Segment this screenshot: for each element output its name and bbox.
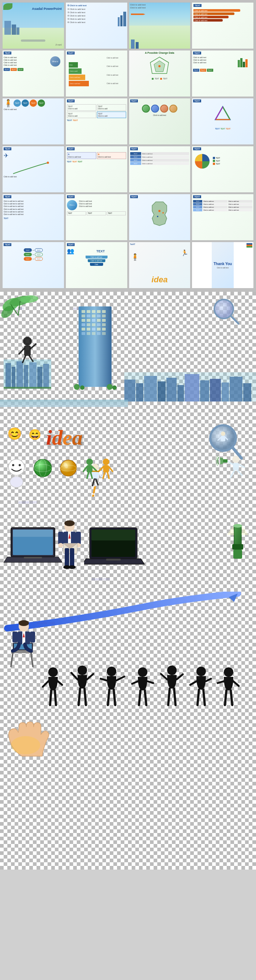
svg-line-183 (145, 690, 146, 705)
slide-21[interactable]: TEXT TEXT TEXT TEXT (2, 242, 64, 288)
slide21-box3: TEXT (24, 253, 32, 256)
slide-1-cover[interactable]: Asadal PowerPoint [Logo] (2, 2, 64, 49)
slide5-label: TEXT (4, 52, 11, 54)
slide18-label: TEXT (67, 195, 75, 198)
slide-10[interactable]: TEXT TEXTClick to add TEXTClick to add T… (65, 98, 128, 145)
water-strip (0, 400, 128, 407)
slide6-label: TEXT (67, 52, 75, 54)
svg-point-62 (74, 384, 80, 390)
svg-rect-60 (97, 332, 100, 335)
slide-19-map[interactable]: TEXT (129, 194, 191, 240)
slide23-figure1: 🧍 (131, 253, 139, 261)
slide-18[interactable]: TEXT What is Click to add text Click to … (65, 194, 128, 240)
slide9-c4: TEXT (38, 99, 45, 107)
slide-4-text[interactable]: TEXT Click to add text Click to add text… (192, 2, 254, 49)
svg-line-117 (227, 461, 233, 465)
svg-line-119 (231, 470, 234, 477)
svg-line-166 (58, 681, 62, 685)
slide11-text: Click to add text (130, 114, 189, 116)
slide-8[interactable]: TEXT Click to add text Click to add text… (192, 50, 254, 97)
slide-23-idea[interactable]: TeXT idea 🧍 🏃 (129, 242, 191, 288)
slide-24-thankyou[interactable]: Thank You Click to add text (192, 242, 254, 288)
slide-7-change[interactable]: A Possible Change Data TEXT TEXT (129, 50, 191, 97)
slide3-t1: Click to add text (130, 4, 189, 6)
svg-line-192 (197, 690, 199, 705)
slide-5[interactable]: TEXT Click to add text Click to add text… (2, 50, 64, 97)
svg-rect-36 (102, 310, 106, 313)
svg-rect-70 (157, 382, 166, 401)
svg-point-63 (80, 385, 84, 390)
svg-rect-32 (81, 310, 85, 313)
slide6-r3: Click to add text (107, 74, 125, 76)
slide22-f1: Click to add text (86, 256, 108, 259)
svg-rect-74 (200, 380, 209, 401)
slide20-c6: Click to add text (228, 206, 252, 208)
svg-rect-67 (124, 380, 135, 401)
svg-rect-76 (222, 382, 229, 401)
slide-2-bullets[interactable]: ① Click to add text ② Click to add text … (65, 2, 128, 49)
slide7-legend2 (160, 78, 162, 80)
slide21-box5: TEXT (24, 257, 32, 261)
slide-11[interactable]: TEXT Click to add text (129, 98, 191, 145)
svg-line-112 (103, 473, 105, 478)
watermark-4: asadal.com (91, 577, 110, 581)
svg-point-14 (214, 299, 233, 318)
slide5-circle: What is (50, 56, 60, 67)
svg-line-168 (55, 690, 56, 705)
svg-line-27 (19, 348, 24, 354)
slide-14[interactable]: TEXT A Click to add text B Click to add … (65, 146, 128, 193)
svg-line-175 (100, 679, 107, 681)
slide-13[interactable]: TEXT ✈ Click to add text (2, 146, 64, 193)
slide20-label: TEXT (193, 195, 201, 198)
svg-point-194 (224, 667, 233, 677)
svg-rect-22 (37, 367, 43, 389)
slide-9[interactable]: 🧍 TEXT TEXT TEXT TEXT Click to add text (2, 98, 64, 145)
slide13-label: TEXT (4, 147, 11, 150)
slide6-b4: Click (70, 64, 73, 66)
slide9-figure: 🧍 (4, 99, 13, 107)
slide15-label: TEXT (130, 147, 138, 150)
svg-rect-38 (87, 315, 90, 317)
svg-line-170 (71, 673, 78, 679)
svg-point-164 (48, 667, 58, 677)
svg-rect-69 (144, 376, 157, 401)
slide-15[interactable]: TEXT TEXT Click to add text TEXT Click t… (129, 146, 191, 193)
svg-rect-45 (97, 319, 100, 322)
slide20-h4: TEXT (193, 209, 202, 212)
smiley-1: 😊 (5, 428, 24, 448)
slide20-h2: TEXT (193, 203, 202, 205)
leaf-cluster (0, 294, 48, 326)
slide13-plane: ✈ (4, 152, 63, 159)
svg-rect-26 (24, 345, 31, 356)
svg-line-107 (91, 473, 92, 478)
slide4-a4: Click to add text (194, 19, 223, 22)
slide21-box2: TEXT (35, 248, 43, 252)
svg-rect-68 (136, 383, 143, 401)
slide16-label: TEXT (193, 147, 201, 150)
slide12-t2: TEXT (221, 127, 225, 130)
slide20-c1: Click to add text (203, 200, 227, 203)
building-tall (68, 303, 122, 391)
svg-point-184 (167, 665, 176, 675)
svg-rect-49 (92, 323, 95, 326)
slide-20[interactable]: TEXT TEXT Click to add text Click to add… (192, 194, 254, 240)
slide-3-city[interactable]: Click to add text Click to add text (129, 2, 191, 49)
svg-point-81 (221, 431, 225, 436)
slide-16[interactable]: TEXT TEXT (192, 146, 254, 193)
svg-rect-18 (12, 367, 15, 389)
svg-rect-23 (43, 364, 49, 389)
slide-17[interactable]: TEXT Click to add text to add text Click… (2, 194, 64, 240)
slide-6-pyramid[interactable]: TEXT Click to add text Click to add text… (65, 50, 128, 97)
slide16-lt2: TEXT (216, 160, 220, 162)
slide-12[interactable]: TEXT TEXT TEXT TEXT (192, 98, 254, 145)
svg-rect-33 (87, 310, 90, 313)
svg-rect-77 (230, 377, 242, 401)
svg-rect-47 (81, 323, 85, 326)
svg-point-93 (12, 464, 14, 466)
svg-rect-71 (166, 378, 176, 401)
svg-point-199 (11, 736, 40, 754)
slide15-c2: Click to add text (142, 156, 189, 158)
slide16-l3 (213, 163, 215, 165)
svg-line-191 (206, 679, 211, 681)
slide-22[interactable]: TEXT 👥 TEXT Click to add text Click to a… (65, 242, 128, 288)
